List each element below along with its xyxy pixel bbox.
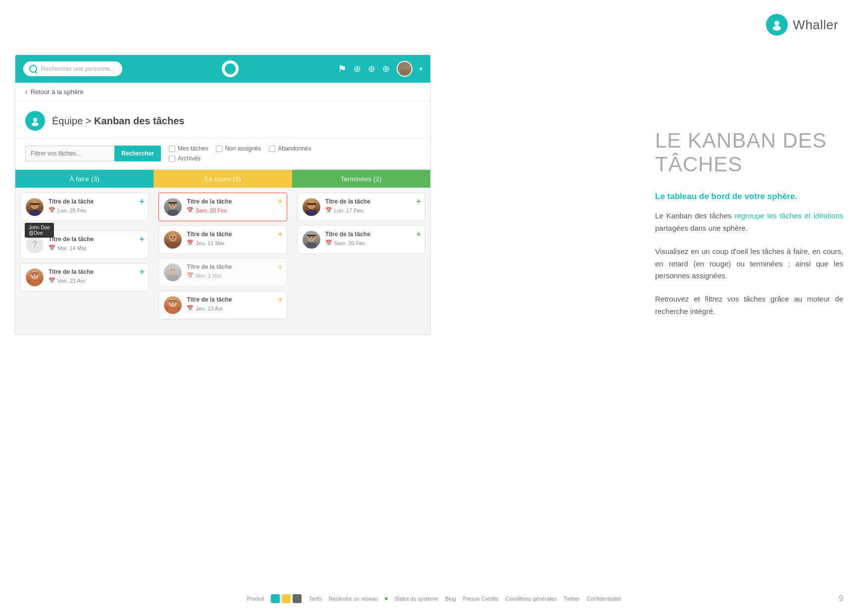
avatar-inner xyxy=(164,198,182,216)
avatar-dropdown[interactable]: ▾ xyxy=(419,65,422,72)
task-avatar xyxy=(303,231,320,249)
task-info: Titre de la tâche 📅 Sam. 20 Fev. xyxy=(325,231,420,246)
avatar-face xyxy=(26,268,44,286)
checkbox-box xyxy=(269,146,275,152)
para1-before: Le Kanban des tâches xyxy=(655,211,734,220)
checkbox-mes-taches[interactable]: Mes tâches xyxy=(169,145,208,152)
add-task-button[interactable]: + xyxy=(416,230,421,239)
footer-twitter[interactable]: Twitter xyxy=(563,596,579,602)
checkbox-abandonnes[interactable]: Abandonnés xyxy=(269,145,311,152)
filter-input[interactable] xyxy=(25,146,114,161)
svg-rect-15 xyxy=(168,210,178,216)
add-group3-icon[interactable]: ⊕ xyxy=(382,63,390,74)
task-info: Titre de la tâche 📅 Ven. 21 Avr. xyxy=(49,268,143,284)
svg-point-38 xyxy=(309,237,310,238)
search-button[interactable]: Rechercher xyxy=(114,146,161,161)
task-card[interactable]: Titre de la tâche 📅 Sam. 20 Fev. + xyxy=(297,225,425,254)
task-card[interactable]: Titre de la tâche 📅 Jeu. 13 Avr. + xyxy=(158,291,287,319)
svg-rect-6 xyxy=(30,210,40,216)
back-link[interactable]: Retour à la sphère xyxy=(31,88,84,96)
task-title: Titre de la tâche xyxy=(49,236,143,243)
checkbox-box xyxy=(216,146,222,152)
column-label: À faire (3) xyxy=(69,175,99,183)
calendar-icon: 📅 xyxy=(187,207,194,213)
add-task-button[interactable]: + xyxy=(278,230,282,239)
task-title: Titre de la tâche xyxy=(325,231,420,238)
footer-conditions[interactable]: Conditions générales xyxy=(506,596,557,602)
svg-rect-32 xyxy=(306,210,316,216)
task-avatar xyxy=(164,198,182,216)
paragraph-3: Retrouvez et filtrez vos tâches grâce au… xyxy=(655,293,843,318)
add-task-button[interactable]: + xyxy=(140,235,144,244)
task-card[interactable]: Titre de la tâche 📅 Ven. 21 Avr. + xyxy=(20,263,149,292)
footer-rejoindre[interactable]: Rejoindre un réseau xyxy=(329,596,378,602)
right-heading: LE KANBAN DES TÂCHES xyxy=(655,129,843,177)
task-avatar: ? xyxy=(26,236,44,254)
avatar-inner: ? xyxy=(26,236,44,254)
add-task-button[interactable]: + xyxy=(140,197,144,206)
task-date: 📅 Sam. 20 Fev. xyxy=(325,240,420,246)
right-panel: LE KANBAN DES TÂCHES Le tableau de bord … xyxy=(655,129,843,329)
navbar-logo xyxy=(222,60,239,77)
para1-highlight: regroupe les tâches et idéations xyxy=(734,211,843,220)
svg-rect-18 xyxy=(168,202,177,204)
task-card[interactable]: Titre de la tâche 📅 Lun. 17 Fev. + xyxy=(297,193,425,221)
checkbox-non-assignes[interactable]: Non assignés xyxy=(216,145,261,152)
checkbox-box xyxy=(169,146,175,152)
checkbox-label: Mes tâches xyxy=(178,145,208,152)
svg-rect-35 xyxy=(306,203,316,205)
filter-row-2: Archivés xyxy=(169,155,311,162)
task-date: 📅 Lun. 29 Fev. xyxy=(49,207,143,213)
page-title: Équipe > Kanban des tâches xyxy=(52,115,184,127)
add-group2-icon[interactable]: ⊕ xyxy=(368,63,375,74)
svg-point-21 xyxy=(171,237,172,238)
footer-blog[interactable]: Blog xyxy=(445,596,456,602)
checkbox-archives[interactable]: Archivés xyxy=(169,155,201,162)
add-task-button[interactable]: + xyxy=(140,267,144,276)
add-group1-icon[interactable]: ⊕ xyxy=(354,63,361,74)
date-text: Ven. 21 Avr. xyxy=(57,278,87,284)
date-text: Lun. 17 Fev. xyxy=(334,207,364,213)
navbar: Rechercher une personne... ⚑ ⊕ ⊕ ⊕ ▾ xyxy=(15,55,430,83)
date-text: Sam. 20 Fev. xyxy=(196,207,228,213)
task-info: Titre de la tâche 📅 Sam. 20 Fev. xyxy=(187,198,281,213)
date-text: Jeu. 13 Avr. xyxy=(196,306,224,311)
svg-point-26 xyxy=(174,269,175,271)
date-text: Mer. 2 Mar. xyxy=(196,273,223,279)
task-info: Titre de la tâche 📅 Lun. 17 Fev. xyxy=(325,198,420,213)
add-task-button[interactable]: + xyxy=(416,197,421,206)
svg-point-25 xyxy=(171,269,172,271)
task-info: Titre de la tâche 📅 Lun. 29 Fev. xyxy=(49,198,143,213)
add-task-button[interactable]: + xyxy=(278,295,282,304)
footer-confidentialite[interactable]: Confidentialité xyxy=(587,596,621,602)
avatar-face xyxy=(26,198,44,216)
filter-bar: Rechercher Mes tâches Non assignés Aband… xyxy=(15,138,430,170)
navbar-logo-inner xyxy=(225,63,236,74)
footer-presse[interactable]: Presse Crédits xyxy=(463,596,499,602)
add-task-button[interactable]: + xyxy=(278,262,282,271)
task-title: Titre de la tâche xyxy=(49,268,143,275)
task-card[interactable]: Titre de la tâche 📅 Jeu. 11 Mar. + xyxy=(158,225,287,254)
task-card[interactable]: Titre de la tâche 📅 Lun. 29 Fev. + John … xyxy=(20,193,149,221)
footer-tarifs[interactable]: Tarifs xyxy=(308,596,321,602)
add-task-button[interactable]: + xyxy=(278,197,282,206)
team-icon xyxy=(25,111,45,131)
user-avatar[interactable] xyxy=(397,61,412,77)
search-bar[interactable]: Rechercher une personne... xyxy=(23,61,122,76)
avatar-face xyxy=(164,231,182,249)
column-label: En cours (3) xyxy=(204,175,241,183)
svg-point-22 xyxy=(174,237,175,238)
task-date: 📅 Mer. 2 Mar. xyxy=(187,272,281,279)
task-date: 📅 Ven. 21 Avr. xyxy=(49,277,143,284)
task-card[interactable]: Titre de la tâche 📅 Sam. 20 Fev. + xyxy=(158,193,287,221)
svg-point-13 xyxy=(36,274,37,276)
navbar-icons: ⚑ ⊕ ⊕ ⊕ ▾ xyxy=(338,61,422,77)
footer-statut[interactable]: Statut du système xyxy=(395,596,438,602)
svg-point-2 xyxy=(773,26,781,31)
svg-rect-37 xyxy=(306,243,316,249)
svg-point-4 xyxy=(32,122,39,126)
flag-icon[interactable]: ⚑ xyxy=(338,63,347,75)
task-info: Titre de la tâche 📅 Jeu. 11 Mar. xyxy=(187,231,281,246)
svg-rect-11 xyxy=(30,280,40,286)
task-card[interactable]: Titre de la tâche 📅 Mer. 2 Mar. + xyxy=(158,258,287,287)
